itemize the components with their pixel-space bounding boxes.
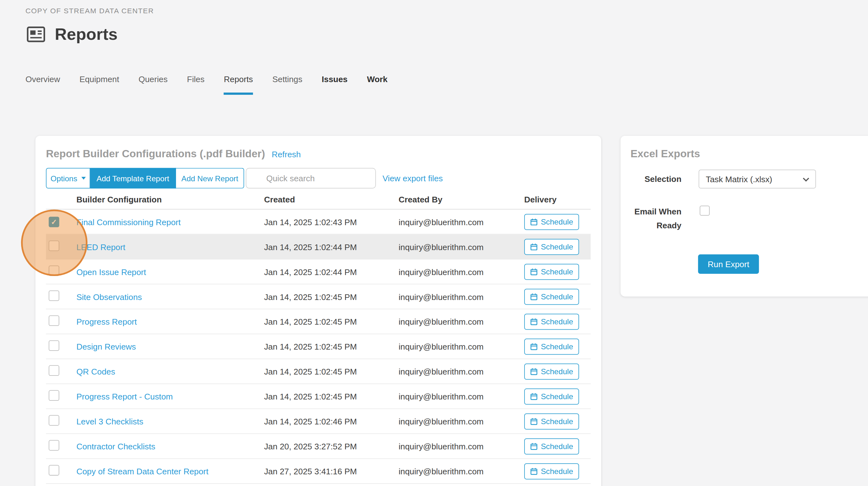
created-cell: Jan 14, 2025 1:02:45 PM (264, 342, 398, 351)
schedule-button[interactable]: Schedule (524, 413, 579, 429)
tab-work[interactable]: Work (367, 74, 387, 95)
options-button[interactable]: Options (46, 168, 90, 189)
schedule-button[interactable]: Schedule (524, 363, 579, 379)
table-row: ✓ Contractor Checklists Jan 20, 2025 3:2… (46, 434, 591, 459)
builder-configuration-cell: Final Commissioning Report (76, 217, 264, 226)
report-link[interactable]: Progress Report - Custom (76, 392, 173, 401)
row-checkbox[interactable]: ✓ (49, 390, 59, 401)
created-cell: Jan 27, 2025 3:41:16 PM (264, 466, 398, 476)
schedule-label: Schedule (541, 342, 573, 351)
tab-reports[interactable]: Reports (224, 74, 253, 95)
row-checkbox[interactable]: ✓ (49, 340, 59, 351)
tab-files[interactable]: Files (187, 74, 205, 95)
created-by-cell: inquiry@bluerithm.com (399, 317, 524, 326)
calendar-icon (530, 293, 537, 300)
page-header: Reports (26, 22, 118, 47)
report-link[interactable]: Open Issue Report (76, 267, 146, 276)
schedule-button[interactable]: Schedule (524, 239, 579, 255)
table-row: ✓ Site Observations Jan 14, 2025 1:02:45… (46, 284, 591, 309)
schedule-label: Schedule (541, 292, 573, 301)
email-when-ready-checkbox[interactable]: ✓ (700, 206, 710, 216)
schedule-button[interactable]: Schedule (524, 289, 579, 305)
row-checkbox[interactable]: ✓ (49, 265, 59, 276)
add-new-report-button[interactable]: Add New Report (176, 168, 244, 189)
calendar-icon (530, 467, 537, 475)
tab-queries[interactable]: Queries (138, 74, 167, 95)
checkbox-cell: ✓ (46, 440, 76, 453)
row-checkbox[interactable]: ✓ (49, 240, 59, 251)
row-checkbox[interactable]: ✓ (49, 465, 59, 476)
delivery-cell: Schedule (524, 388, 591, 404)
checkbox-cell: ✓ (46, 216, 76, 227)
row-checkbox[interactable]: ✓ (49, 315, 59, 326)
tab-issues[interactable]: Issues (322, 74, 348, 95)
created-by-cell: inquiry@bluerithm.com (399, 417, 524, 426)
row-checkbox[interactable]: ✓ (49, 290, 59, 301)
table-row: ✓ LEED Report Jan 14, 2025 1:02:44 PM in… (46, 234, 591, 259)
builder-configuration-cell: Contractor Checklists (76, 441, 264, 451)
column-header-created: Created (264, 195, 398, 204)
schedule-button[interactable]: Schedule (524, 314, 579, 330)
checkbox-cell: ✓ (46, 315, 76, 328)
tab-settings[interactable]: Settings (272, 74, 302, 95)
created-by-cell: inquiry@bluerithm.com (399, 342, 524, 351)
quick-search-input[interactable] (246, 168, 376, 189)
report-link[interactable]: Level 3 Checklists (76, 417, 143, 426)
report-link[interactable]: Copy of Stream Data Center Report (76, 466, 209, 476)
tab-equipment[interactable]: Equipment (80, 74, 119, 95)
row-checkbox[interactable]: ✓ (49, 216, 59, 227)
schedule-label: Schedule (541, 217, 573, 226)
row-checkbox[interactable]: ✓ (49, 365, 59, 376)
report-link[interactable]: Final Commissioning Report (76, 217, 181, 226)
tab-label: Issues (322, 74, 348, 84)
schedule-button[interactable]: Schedule (524, 264, 579, 280)
report-link[interactable]: Contractor Checklists (76, 441, 155, 451)
calendar-icon (530, 318, 537, 325)
created-cell: Jan 14, 2025 1:02:45 PM (264, 317, 398, 326)
report-link[interactable]: LEED Report (76, 242, 125, 251)
add-template-report-button[interactable]: Add Template Report (90, 168, 176, 189)
refresh-link[interactable]: Refresh (272, 150, 301, 159)
calendar-icon (530, 243, 537, 251)
report-link[interactable]: Site Observations (76, 292, 142, 301)
checkbox-cell: ✓ (46, 240, 76, 253)
schedule-button[interactable]: Schedule (524, 338, 579, 354)
checkbox-cell: ✓ (46, 290, 76, 303)
schedule-label: Schedule (541, 267, 573, 276)
schedule-button[interactable]: Schedule (524, 388, 579, 404)
table-header-row: Builder Configuration Created Created By… (46, 190, 591, 209)
export-selection-select[interactable]: Task Matrix (.xlsx) (699, 170, 816, 189)
table-row: ✓ Progress Report - Custom Jan 14, 2025 … (46, 384, 591, 409)
column-header-builder-configuration: Builder Configuration (76, 195, 264, 204)
schedule-button[interactable]: Schedule (524, 214, 579, 230)
run-export-button[interactable]: Run Export (698, 255, 759, 274)
row-checkbox[interactable]: ✓ (49, 415, 59, 426)
tab-label: Equipment (80, 74, 119, 84)
created-by-cell: inquiry@bluerithm.com (399, 367, 524, 376)
created-cell: Jan 14, 2025 1:02:45 PM (264, 392, 398, 401)
builder-configuration-cell: Level 3 Checklists (76, 417, 264, 426)
schedule-button[interactable]: Schedule (524, 463, 579, 479)
delivery-cell: Schedule (524, 463, 591, 479)
builder-configuration-cell: Progress Report - Custom (76, 392, 264, 401)
row-checkbox[interactable]: ✓ (49, 440, 59, 451)
tab-overview[interactable]: Overview (26, 74, 60, 95)
report-builder-title: Report Builder Configurations (.pdf Buil… (46, 148, 265, 161)
schedule-label: Schedule (541, 392, 573, 401)
report-link[interactable]: QR Codes (76, 367, 115, 376)
delivery-cell: Schedule (524, 363, 591, 379)
schedule-button[interactable]: Schedule (524, 438, 579, 454)
calendar-icon (530, 418, 537, 425)
view-export-files-link[interactable]: View export files (382, 173, 443, 183)
newspaper-icon (26, 24, 47, 45)
report-builder-card: Report Builder Configurations (.pdf Buil… (35, 136, 601, 486)
created-cell: Jan 14, 2025 1:02:43 PM (264, 217, 398, 226)
table-row: ✓ Progress Report Jan 14, 2025 1:02:45 P… (46, 309, 591, 334)
delivery-cell: Schedule (524, 438, 591, 454)
report-link[interactable]: Progress Report (76, 317, 137, 326)
report-link[interactable]: Design Reviews (76, 342, 136, 351)
check-icon: ✓ (51, 218, 57, 226)
checkbox-cell: ✓ (46, 390, 76, 403)
builder-configuration-cell: Progress Report (76, 317, 264, 326)
tab-label: Overview (26, 74, 60, 84)
